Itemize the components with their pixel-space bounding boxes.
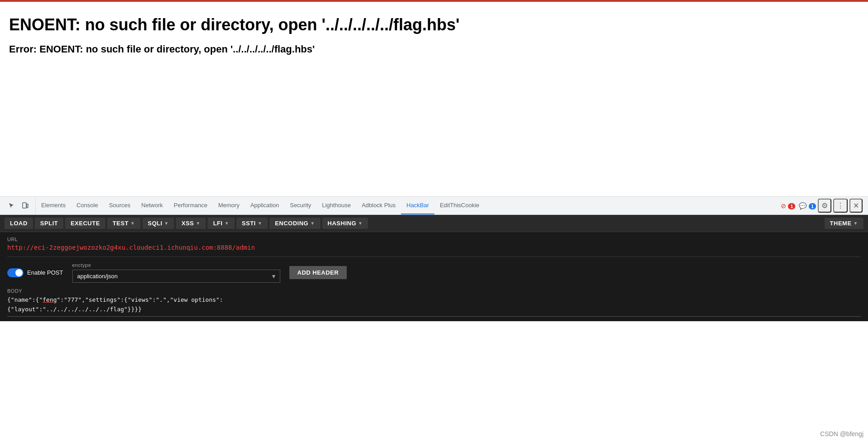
hackbar-split-button[interactable]: SPLIT bbox=[35, 218, 63, 229]
body-line2: {"layout":"../../../../../../flag"}}}} bbox=[7, 306, 142, 313]
enctype-label: enctype bbox=[72, 262, 280, 268]
tab-performance[interactable]: Performance bbox=[168, 197, 212, 214]
url-label: URL bbox=[7, 237, 861, 242]
hackbar-url-section: URL http://eci-2zeggoejwozozko2g4xu.clou… bbox=[7, 237, 861, 257]
hackbar-theme-button[interactable]: THEME ▼ bbox=[825, 218, 863, 229]
encoding-dropdown-arrow: ▼ bbox=[310, 221, 315, 226]
lfi-dropdown-arrow: ▼ bbox=[224, 221, 229, 226]
message-badge-icon: 💬 1 bbox=[799, 202, 816, 210]
body-line1-cont: ":"777","settings":{"views":".","view op… bbox=[57, 296, 223, 303]
hackbar-body-section: Body {"name":{"feng":"777","settings":{"… bbox=[7, 288, 861, 317]
enable-post-wrapper: Enable POST bbox=[7, 268, 63, 277]
enctype-select[interactable]: application/json application/x-www-form-… bbox=[72, 270, 280, 283]
hackbar-body: URL http://eci-2zeggoejwozozko2g4xu.clou… bbox=[0, 232, 868, 321]
error-badge-icon: ⊘ 1 bbox=[781, 202, 796, 210]
xss-dropdown-arrow: ▼ bbox=[196, 221, 200, 226]
device-toolbar-icon[interactable] bbox=[19, 200, 32, 212]
hackbar-encoding-button[interactable]: ENCODING ▼ bbox=[269, 218, 320, 229]
tab-hackbar[interactable]: HackBar bbox=[401, 197, 434, 214]
more-options-icon[interactable]: ⋮ bbox=[833, 199, 848, 213]
csdn-watermark: CSDN @bfengj bbox=[820, 430, 863, 437]
page-content: ENOENT: no such file or directory, open … bbox=[0, 2, 868, 196]
body-line1: {"name":{" bbox=[7, 296, 42, 303]
tab-sources[interactable]: Sources bbox=[104, 197, 136, 214]
error-title: ENOENT: no such file or directory, open … bbox=[9, 15, 854, 34]
svg-rect-0 bbox=[23, 203, 26, 208]
sqli-dropdown-arrow: ▼ bbox=[164, 221, 169, 226]
body-label: Body bbox=[7, 288, 861, 294]
hackbar-ssti-button[interactable]: SSTI ▼ bbox=[236, 218, 268, 229]
body-input-wrapper: {"name":{"feng":"777","settings":{"views… bbox=[7, 295, 861, 317]
tab-adblock-plus[interactable]: Adblock Plus bbox=[356, 197, 401, 214]
hackbar-lfi-button[interactable]: LFI ▼ bbox=[208, 218, 234, 229]
devtools-panel: Elements Console Sources Network Perform… bbox=[0, 196, 868, 321]
add-header-button[interactable]: ADD HEADER bbox=[289, 266, 347, 279]
hashing-dropdown-arrow: ▼ bbox=[358, 221, 363, 226]
hackbar-post-section: Enable POST enctype application/json app… bbox=[7, 262, 861, 283]
devtools-right-icons: ⊘ 1 💬 1 ⚙ ⋮ ✕ bbox=[777, 199, 866, 213]
tab-security[interactable]: Security bbox=[284, 197, 316, 214]
hackbar-hashing-button[interactable]: HASHING ▼ bbox=[322, 218, 368, 229]
tab-network[interactable]: Network bbox=[136, 197, 169, 214]
settings-icon[interactable]: ⚙ bbox=[818, 199, 831, 213]
body-text[interactable]: {"name":{"feng":"777","settings":{"views… bbox=[7, 295, 861, 314]
close-devtools-icon[interactable]: ✕ bbox=[849, 199, 863, 213]
hackbar-sqli-button[interactable]: SQLI ▼ bbox=[142, 218, 175, 229]
svg-rect-1 bbox=[27, 204, 28, 208]
tab-lighthouse[interactable]: Lighthouse bbox=[316, 197, 356, 214]
hackbar-panel: LOAD SPLIT EXECUTE TEST ▼ SQLI ▼ XSS ▼ L… bbox=[0, 215, 868, 321]
hackbar-toolbar: LOAD SPLIT EXECUTE TEST ▼ SQLI ▼ XSS ▼ L… bbox=[0, 215, 868, 232]
enctype-select-wrapper: application/json application/x-www-form-… bbox=[72, 270, 280, 283]
message-badge-count: 1 bbox=[809, 203, 816, 209]
devtools-left-icons bbox=[2, 197, 36, 214]
hackbar-xss-button[interactable]: XSS ▼ bbox=[176, 218, 206, 229]
devtools-tabs: Elements Console Sources Network Perform… bbox=[36, 197, 777, 214]
devtools-toolbar: Elements Console Sources Network Perform… bbox=[0, 197, 868, 215]
ssti-dropdown-arrow: ▼ bbox=[258, 221, 262, 226]
tab-application[interactable]: Application bbox=[245, 197, 285, 214]
enable-post-label: Enable POST bbox=[27, 269, 63, 276]
enable-post-toggle[interactable] bbox=[7, 268, 24, 277]
tab-elements[interactable]: Elements bbox=[36, 197, 71, 214]
tab-editthiscookie[interactable]: EditThisCookie bbox=[434, 197, 485, 214]
hackbar-execute-button[interactable]: EXECUTE bbox=[65, 218, 105, 229]
body-underline-text: feng bbox=[42, 296, 57, 303]
hackbar-load-button[interactable]: LOAD bbox=[5, 218, 33, 229]
enctype-section: enctype application/json application/x-w… bbox=[72, 262, 280, 283]
theme-dropdown-arrow: ▼ bbox=[854, 221, 858, 226]
inspect-element-icon[interactable] bbox=[5, 200, 18, 212]
error-badge-count: 1 bbox=[788, 203, 795, 209]
test-dropdown-arrow: ▼ bbox=[130, 221, 135, 226]
tab-console[interactable]: Console bbox=[71, 197, 104, 214]
hackbar-url-value[interactable]: http://eci-2zeggoejwozozko2g4xu.cloudeci… bbox=[7, 244, 861, 251]
tab-memory[interactable]: Memory bbox=[213, 197, 245, 214]
hackbar-test-button[interactable]: TEST ▼ bbox=[107, 218, 141, 229]
error-subtitle: Error: ENOENT: no such file or directory… bbox=[9, 43, 854, 55]
